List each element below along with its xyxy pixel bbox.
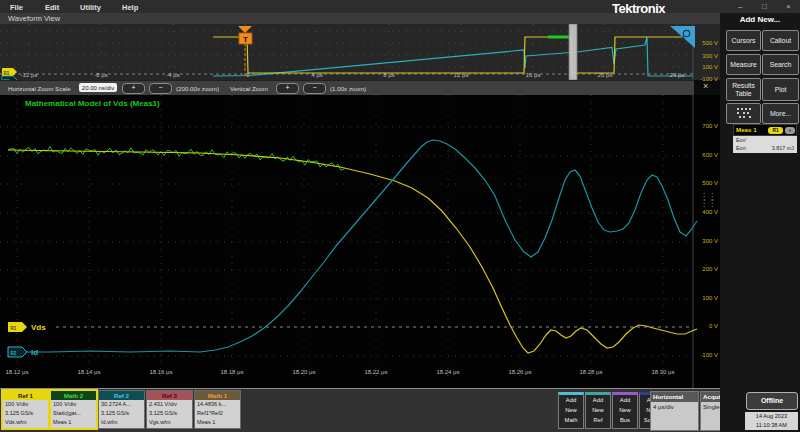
vertical-zoom-label: Vertical Zoom <box>230 85 268 92</box>
badge-ref1[interactable]: Ref 1 100 V/div 3.125 GS/s Vds.wfm <box>3 391 48 428</box>
more-button[interactable]: More... <box>762 103 799 124</box>
badge-math2[interactable]: Math 2 100 V/div Static|gat... Meas 1 <box>51 391 96 428</box>
horizontal-settings-badge[interactable]: Horizontal 4 µs/div <box>650 391 699 431</box>
ov-xtick: -4 µs <box>153 72 193 78</box>
main-ytick: 100 V <box>694 295 718 301</box>
svg-text:R2: R2 <box>11 351 17 356</box>
vds-trace <box>8 150 697 353</box>
dvm-grid-icon-button[interactable] <box>726 103 761 124</box>
ov-ytick: 300 V <box>694 53 718 59</box>
add-new-bus-button[interactable]: Add New Bus <box>612 392 638 429</box>
ov-xtick: 0 <box>228 72 268 78</box>
ov-xtick: 24 µs <box>657 72 697 78</box>
ov-xtick: -12 µs <box>9 72 49 78</box>
id-trace <box>8 140 697 352</box>
ov-xtick: 8 µs <box>369 72 409 78</box>
cursors-button[interactable]: Cursors <box>726 30 761 51</box>
add-new-ref-button[interactable]: Add New Ref <box>585 392 611 429</box>
vzoom-plus-button[interactable]: + <box>276 83 299 94</box>
main-ytick: 200 V <box>694 266 718 272</box>
main-xtick: 18.24 µs <box>428 369 468 375</box>
vzoom-minus-button[interactable]: − <box>303 83 326 94</box>
main-xtick: 18.22 µs <box>356 369 396 375</box>
main-waveform-panel[interactable]: R1 Vds R2 Id 700 V 600 V 500 V 400 V 300… <box>0 95 720 388</box>
badge-ref2[interactable]: Ref 2 30.2724 A... 3.125 GS/s Id.wfm <box>99 391 144 428</box>
main-xtick: 18.16 µs <box>141 369 181 375</box>
ref1-flag[interactable]: R1 <box>8 322 27 332</box>
meas1-badge[interactable]: Meas 1 R1 + Eon' Eon: 3.817 mJ <box>733 124 797 151</box>
main-xtick: 18.26 µs <box>500 369 540 375</box>
minimize-icon[interactable]: – <box>738 2 742 11</box>
tekscope-window: File Edit Utility Help Tektronix – □ × W… <box>0 0 800 432</box>
zoom-toolbar: Horizontal Zoom Scale 20.00 ns/div + − (… <box>0 80 694 96</box>
tab-waveform-view[interactable]: Waveform View <box>8 14 60 23</box>
horizontal-zoom-scale-label: Horizontal Zoom Scale <box>8 85 71 92</box>
hzoom-factor-label: (200.00x zoom) <box>176 85 219 92</box>
badge-math2-title: Math 2 <box>51 391 96 400</box>
trigger-marker-icon[interactable]: T <box>238 26 252 44</box>
restore-icon[interactable]: □ <box>762 2 767 11</box>
badge-math1-title: Math 1 <box>195 391 240 400</box>
menu-bar: File Edit Utility Help Tektronix – □ × <box>0 0 800 14</box>
menu-edit[interactable]: Edit <box>45 3 59 12</box>
main-xtick: 18.14 µs <box>69 369 109 375</box>
close-icon[interactable]: × <box>786 2 791 11</box>
horizontal-zoom-scale-input[interactable]: 20.00 ns/div <box>79 83 117 92</box>
dots-grid-icon <box>737 108 751 120</box>
main-xtick: 18.20 µs <box>284 369 324 375</box>
ov-xtick: -8 µs <box>81 72 121 78</box>
meas-row1: Eon' <box>736 137 747 143</box>
add-new-math-button[interactable]: Add New Math <box>558 392 584 429</box>
meas-source-pill: R1 <box>768 127 783 134</box>
badge-ref3[interactable]: Ref 3 2.431 V/div 3.125 GS/s Vgs.wfm <box>147 391 192 428</box>
main-xtick: 18.30 µs <box>643 369 683 375</box>
ov-xtick: 20 µs <box>585 72 625 78</box>
main-ytick: 400 V <box>694 209 718 215</box>
badge-math1[interactable]: Math 1 14.4836 k... Ref1*Ref2 Meas 1 <box>195 391 240 428</box>
sidebar <box>720 13 800 432</box>
ov-ytick: 500 V <box>694 40 718 46</box>
badge-ref2-title: Ref 2 <box>99 391 144 400</box>
ref2-flag[interactable]: R2 <box>8 347 27 357</box>
main-ytick: 300 V <box>694 238 718 244</box>
id-label: Id <box>31 348 38 357</box>
badge-ref3-title: Ref 3 <box>147 391 192 400</box>
svg-text:T: T <box>243 35 248 44</box>
hzoom-minus-button[interactable]: − <box>149 83 172 94</box>
overview-vds-trace <box>213 37 693 73</box>
main-xtick: 18.12 µs <box>0 369 37 375</box>
offline-button[interactable]: Offline <box>746 392 798 410</box>
meas-row2-value: 3.817 mJ <box>772 145 794 151</box>
zoom-window-handle[interactable] <box>569 24 577 80</box>
svg-text:R1: R1 <box>11 326 17 331</box>
menu-file[interactable]: File <box>10 3 23 12</box>
plot-button[interactable]: Plot <box>762 78 799 101</box>
overview-id-trace <box>213 37 693 76</box>
menu-utility[interactable]: Utility <box>80 3 101 12</box>
menu-help[interactable]: Help <box>122 3 138 12</box>
zoom-close-icon[interactable]: × <box>703 81 708 91</box>
vzoom-factor-label: (1.00x zoom) <box>330 85 366 92</box>
meas-expand-icon[interactable]: + <box>785 127 795 134</box>
hzoom-plus-button[interactable]: + <box>122 83 145 94</box>
search-button[interactable]: Search <box>762 54 799 75</box>
main-ytick: 500 V <box>694 180 718 186</box>
panel-drag-handle[interactable]: ⋮⋮⋮⋮ <box>700 193 716 207</box>
main-plot: R1 Vds R2 Id <box>0 95 720 388</box>
measure-button[interactable]: Measure <box>726 54 761 75</box>
vds-label: Vds <box>31 323 46 332</box>
badge-ref1-title: Ref 1 <box>3 391 48 400</box>
ov-xtick: 12 µs <box>441 72 481 78</box>
meas-row2-label: Eon: <box>736 145 747 151</box>
main-ytick: 700 V <box>694 123 718 129</box>
add-new-header: Add New... <box>722 15 798 24</box>
results-table-button[interactable]: Results Table <box>726 78 761 101</box>
ov-xtick: 16 µs <box>513 72 553 78</box>
callout-button[interactable]: Callout <box>762 30 799 51</box>
main-ytick: 600 V <box>694 152 718 158</box>
overview-waveform-panel[interactable]: T R1 R2 -12 µs -8 µs -4 µs 0 4 µ <box>0 24 720 80</box>
plot-title: Mathematical Model of Vds (Meas1) <box>25 99 160 108</box>
main-xtick: 18.18 µs <box>212 369 252 375</box>
ov-xtick: 4 µs <box>297 72 337 78</box>
main-ytick: 0 V <box>694 323 718 329</box>
